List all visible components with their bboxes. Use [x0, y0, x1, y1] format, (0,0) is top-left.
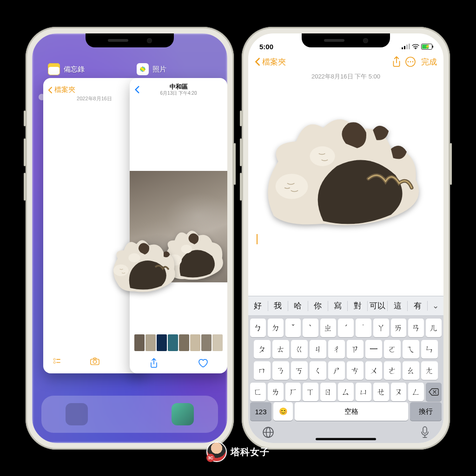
done-button[interactable]: 完成 [421, 57, 437, 67]
notes-app-name: 備忘錄 [64, 65, 85, 74]
keyboard: 好 我 哈 你 寫 對 可以 這 有 ⌄ ㄅㄉˇˋㄓˊ˙ㄚㄞㄢㄦ ㄆㄊㄍㄐㄔㄗ一… [248, 296, 443, 443]
key[interactable]: ㄚ [373, 319, 389, 337]
key[interactable]: ㄞ [391, 319, 407, 337]
watermark: 3C 塔科女子 [206, 442, 270, 462]
watermark-text: 塔科女子 [231, 446, 270, 458]
key[interactable]: ㄐ [310, 340, 326, 359]
camera-icon [90, 357, 100, 366]
expand-suggestions-icon[interactable]: ⌄ [427, 301, 443, 311]
svg-point-28 [310, 146, 335, 166]
suggestion[interactable]: 可以 [368, 300, 387, 311]
key[interactable]: ㄎ [291, 361, 308, 380]
notes-back-label: 檔案夾 [54, 85, 75, 94]
chevron-left-icon [48, 86, 53, 94]
key[interactable]: 一 [365, 340, 382, 359]
phone-right: 5:00 ⚡ 檔案夾 完成 2022年8月16日 下午 5 [242, 27, 450, 450]
notes-back-label[interactable]: 檔案夾 [262, 57, 286, 67]
key[interactable]: ˇ [285, 319, 301, 337]
switcher-card-photos[interactable]: 中和區 6月13日 下午4:20 [130, 78, 227, 373]
key[interactable]: ㄘ [347, 361, 364, 380]
photos-app-name: 照片 [152, 65, 166, 74]
note-timestamp: 2022年8月16日 下午 5:00 [248, 72, 443, 81]
key[interactable]: ˋ [303, 319, 318, 337]
key[interactable]: ㄩ [356, 383, 371, 401]
svg-rect-20 [406, 45, 408, 49]
home-indicator[interactable] [316, 438, 376, 440]
share-button[interactable] [390, 56, 403, 67]
heart-icon[interactable] [198, 359, 208, 368]
return-key[interactable]: 換行 [410, 402, 442, 421]
photo-thumbnail-strip[interactable] [134, 334, 223, 351]
svg-point-24 [408, 61, 409, 63]
key[interactable]: ㄏ [285, 383, 301, 401]
key[interactable]: ㄔ [328, 340, 345, 359]
mic-icon[interactable] [420, 426, 430, 440]
globe-icon[interactable] [262, 426, 274, 440]
key[interactable]: ㄌ [268, 383, 284, 401]
key[interactable]: ㄤ [421, 361, 438, 380]
key[interactable]: ˙ [356, 319, 371, 337]
key[interactable]: ㄒ [303, 383, 318, 401]
cat-in-photo [153, 217, 227, 282]
note-body[interactable] [256, 97, 436, 290]
more-button[interactable] [403, 56, 417, 67]
suggestion-bar: 好 我 哈 你 寫 對 可以 這 有 ⌄ [248, 296, 443, 316]
svg-point-25 [410, 61, 411, 63]
photos-card-subtitle: 6月13日 下午4:20 [140, 90, 217, 97]
suggestion[interactable]: 哈 [288, 300, 308, 311]
key[interactable]: ㄍ [291, 340, 308, 359]
chevron-left-icon[interactable] [255, 57, 260, 66]
notes-toolbar: 檔案夾 完成 [248, 53, 443, 71]
key[interactable]: ㄕ [328, 361, 345, 380]
switcher-label-notes: 備忘錄 [48, 63, 85, 75]
watermark-avatar: 3C [206, 442, 227, 462]
key[interactable]: ㄆ [254, 340, 271, 359]
suggestion[interactable]: 有 [408, 300, 427, 311]
share-icon[interactable] [150, 358, 158, 368]
suggestion[interactable]: 好 [248, 300, 268, 311]
key[interactable]: ㄢ [408, 319, 424, 337]
key[interactable]: ㄨ [365, 361, 382, 380]
app-switcher-screen: 備忘錄 照片 [32, 33, 227, 443]
key[interactable]: ㄦ [426, 319, 442, 337]
key[interactable]: ㄑ [310, 361, 326, 380]
key[interactable]: ㄉ [268, 319, 284, 337]
key[interactable]: ㄖ [320, 383, 336, 401]
emoji-key[interactable]: 😊 [273, 402, 293, 421]
svg-point-13 [93, 360, 96, 363]
svg-point-8 [53, 359, 55, 360]
key[interactable]: ㄗ [347, 340, 364, 359]
key[interactable]: ㄇ [254, 361, 271, 380]
space-key[interactable]: 空格 [295, 402, 408, 421]
key[interactable]: ㄅ [250, 319, 266, 337]
delete-key[interactable] [426, 383, 442, 401]
suggestion[interactable]: 對 [348, 300, 367, 311]
key[interactable]: ㄓ [320, 319, 336, 337]
svg-point-14 [167, 254, 182, 266]
pasted-image[interactable] [256, 97, 436, 227]
key[interactable]: ㄠ [403, 361, 419, 380]
text-cursor [257, 234, 258, 244]
key[interactable]: ㄙ [338, 383, 354, 401]
suggestion[interactable]: 這 [388, 300, 407, 311]
key[interactable]: ㄟ [403, 340, 419, 359]
photos-app-icon [137, 63, 149, 75]
svg-rect-21 [409, 44, 410, 49]
number-key[interactable]: 123 [250, 402, 271, 421]
suggestion[interactable]: 寫 [328, 300, 348, 311]
suggestion[interactable]: 我 [268, 300, 288, 311]
key[interactable]: ㄊ [272, 340, 289, 359]
svg-point-22 [415, 48, 416, 49]
key[interactable]: ㄈ [250, 383, 266, 401]
key[interactable]: ㄜ [384, 361, 401, 380]
status-time: 5:00 [259, 43, 273, 51]
key[interactable]: ㄥ [408, 383, 424, 401]
key[interactable]: ㄡ [391, 383, 407, 401]
key[interactable]: ˊ [338, 319, 354, 337]
suggestion[interactable]: 你 [308, 300, 328, 311]
key[interactable]: ㄛ [384, 340, 401, 359]
wifi-icon [412, 44, 419, 49]
key[interactable]: ㄣ [421, 340, 438, 359]
key[interactable]: ㄋ [272, 361, 289, 380]
key[interactable]: ㄝ [373, 383, 389, 401]
